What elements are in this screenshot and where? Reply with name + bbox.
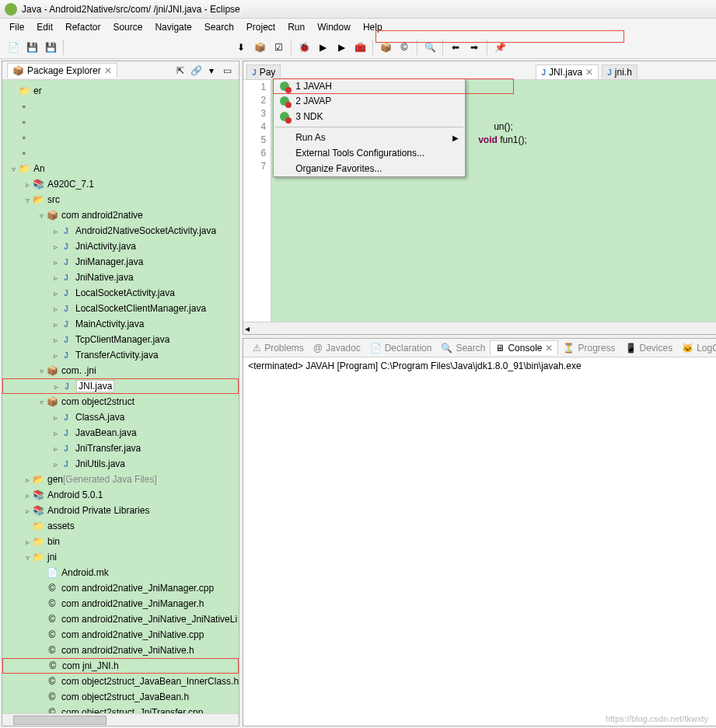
expand-arrow-icon[interactable]: ▹ xyxy=(51,336,60,344)
expand-arrow-icon[interactable]: ▹ xyxy=(51,351,60,360)
tree-item[interactable]: 📁assets xyxy=(2,518,239,534)
menu-file[interactable]: File xyxy=(3,20,30,34)
tree-item[interactable]: ▿📂src xyxy=(2,192,239,207)
tree-item[interactable]: ▿📁An xyxy=(2,161,239,176)
tree-item[interactable]: ▹JClassA.java xyxy=(2,409,239,425)
expand-arrow-icon[interactable]: ▹ xyxy=(23,475,32,484)
tb-btn-3[interactable]: ☑ xyxy=(270,39,287,56)
expand-arrow-icon[interactable]: ▹ xyxy=(51,227,60,235)
expand-arrow-icon[interactable]: ▿ xyxy=(23,196,32,204)
menu-item[interactable]: 1 JAVAH xyxy=(273,78,514,94)
menu-item[interactable]: Run As▶ xyxy=(274,130,465,145)
expand-arrow-icon[interactable]: ▹ xyxy=(51,429,60,437)
h-scrollbar[interactable] xyxy=(2,713,239,726)
tree-item[interactable]: ▹JJniManager.java xyxy=(2,254,239,270)
expand-arrow-icon[interactable]: ▹ xyxy=(51,305,60,313)
expand-arrow-icon[interactable]: ▿ xyxy=(37,211,46,220)
menu-search[interactable]: Search xyxy=(198,20,240,34)
expand-arrow-icon[interactable]: ▹ xyxy=(23,538,32,546)
new-button[interactable]: 📄 xyxy=(5,39,22,56)
tree-item[interactable]: ▹JMainActivity.java xyxy=(2,316,239,332)
tree-item[interactable]: ▹JJniActivity.java xyxy=(2,239,239,254)
bottom-tab-declaration[interactable]: 📄Declaration xyxy=(365,341,437,355)
expand-arrow-icon[interactable]: ▹ xyxy=(51,320,60,329)
tree-item[interactable]: ▫ xyxy=(2,145,239,161)
expand-arrow-icon[interactable]: ▿ xyxy=(37,367,46,375)
tree-item[interactable]: ▿📦com object2struct xyxy=(2,394,239,409)
tree-item[interactable]: ©com android2native_JniManager.cpp xyxy=(2,580,239,596)
tree-item[interactable]: ©com android2native_JniNative.cpp xyxy=(2,627,239,643)
explorer-tab[interactable]: 📦 Package Explorer ✕ xyxy=(7,63,117,78)
tree-item[interactable]: ▹📚Android 5.0.1 xyxy=(2,487,239,503)
expand-arrow-icon[interactable]: ▹ xyxy=(51,273,60,282)
bottom-tab-search[interactable]: 🔍Search xyxy=(436,341,490,355)
menu-project[interactable]: Project xyxy=(240,20,281,34)
ext-tools-button[interactable]: 🧰 xyxy=(351,39,368,56)
save-all-button[interactable]: 💾 xyxy=(42,39,59,56)
tree-item[interactable]: ▹JJniTransfer.java xyxy=(2,441,239,456)
tree-item[interactable]: ▹JTransferActivity.java xyxy=(2,347,239,363)
link-editor-icon[interactable]: 🔗 xyxy=(189,64,203,78)
tree-item[interactable]: ©com android2native_JniNative.h xyxy=(2,643,239,658)
bottom-tab-javadoc[interactable]: @Javadoc xyxy=(309,341,365,355)
tree-item[interactable]: ▫ xyxy=(2,114,239,130)
save-button[interactable]: 💾 xyxy=(23,39,40,56)
tree-item[interactable]: ▹📂gen [Generated Java Files] xyxy=(2,472,239,487)
bottom-tab-progress[interactable]: ⏳Progress xyxy=(558,341,620,355)
tree-item[interactable]: ©com android2native_JniNative_JniNativeL… xyxy=(2,611,239,627)
tree-item[interactable]: ▹📁bin xyxy=(2,534,239,549)
tree-item[interactable]: ▿📁jni xyxy=(2,549,239,565)
menu-item[interactable]: External Tools Configurations... xyxy=(274,145,465,161)
toolbar[interactable]: 📄 💾 💾 ⬇ 📦 ☑ 🐞 ▶ ▶ 🧰 📦 © 🔍 ⬅ ➡ 📌 xyxy=(0,36,716,59)
view-menu-icon[interactable]: ▾ xyxy=(204,64,218,78)
expand-arrow-icon[interactable]: ▹ xyxy=(51,242,60,251)
editor-h-scrollbar[interactable]: ◂ xyxy=(243,322,716,334)
bottom-tab-console[interactable]: 🖥Console ✕ xyxy=(490,340,558,355)
tree-item[interactable]: ▿📦com android2native xyxy=(2,207,239,223)
tree-item[interactable]: ▫ xyxy=(2,99,239,114)
expand-arrow-icon[interactable]: ▹ xyxy=(51,460,60,468)
tree-item[interactable]: 📄Android.mk xyxy=(2,565,239,580)
editor-body[interactable]: 1234567 un(); void fun1(); } 1 JAVAH2 JA… xyxy=(243,80,716,322)
tree[interactable]: 📁 er▫▫▫▫▿📁An▹📚A920C_7.1▿📂src▿📦com androi… xyxy=(2,80,239,713)
tree-item[interactable]: ©com jni_JNI.h xyxy=(2,658,239,674)
menu-run[interactable]: Run xyxy=(281,20,311,34)
expand-arrow-icon[interactable]: ▹ xyxy=(51,258,60,266)
minimize-icon[interactable]: ▭ xyxy=(220,64,234,78)
menu-source[interactable]: Source xyxy=(107,20,148,34)
tree-item[interactable]: ▿📦com. .jni xyxy=(2,363,239,378)
editor-tab[interactable]: JPay xyxy=(246,64,281,79)
menu-item[interactable]: Organize Favorites... xyxy=(274,161,465,176)
bottom-tab-problems[interactable]: ⚠Problems xyxy=(248,341,309,355)
tree-item[interactable]: ©com object2struct_JniTransfer.cpp xyxy=(2,705,239,713)
expand-arrow-icon[interactable]: ▿ xyxy=(23,553,32,562)
close-icon[interactable]: ✕ xyxy=(545,343,553,354)
expand-arrow-icon[interactable]: ▿ xyxy=(37,398,46,406)
tb-btn-1[interactable]: ⬇ xyxy=(232,39,250,56)
menu-window[interactable]: Window xyxy=(311,20,357,34)
close-icon[interactable]: ✕ xyxy=(104,65,112,76)
tree-item[interactable]: ▹JJNI.java xyxy=(2,378,239,394)
tree-item[interactable]: ▹JTcpClientManager.java xyxy=(2,332,239,347)
expand-arrow-icon[interactable]: ▹ xyxy=(23,180,32,189)
menu-navigate[interactable]: Navigate xyxy=(148,20,197,34)
editor-tab[interactable]: JJNI.java✕ xyxy=(536,64,599,79)
bottom-tab-devices[interactable]: 📱Devices xyxy=(620,341,678,355)
collapse-all-icon[interactable]: ⇱ xyxy=(173,64,187,78)
tree-item[interactable]: ©com object2struct_JavaBean.h xyxy=(2,689,239,705)
tree-item[interactable]: ▹📚A920C_7.1 xyxy=(2,176,239,192)
debug-button[interactable]: 🐞 xyxy=(295,39,313,56)
menu-item[interactable]: 3 NDK xyxy=(274,109,465,124)
tree-item[interactable]: ▹JJniUtils.java xyxy=(2,456,239,472)
expand-arrow-icon[interactable]: ▹ xyxy=(23,507,32,515)
tree-item[interactable]: ©com object2struct_JavaBean_InnerClass.h xyxy=(2,674,239,689)
tree-item[interactable]: ▫ xyxy=(2,130,239,145)
menu-item[interactable]: 2 JAVAP xyxy=(274,93,465,109)
run-button[interactable]: ▶ xyxy=(314,39,331,56)
tree-item[interactable]: ▹JAndroid2NativeSocketActivity.java xyxy=(2,223,239,239)
tree-item[interactable]: ▹JLocalSocketClientManager.java xyxy=(2,301,239,316)
menu-refactor[interactable]: Refactor xyxy=(59,20,107,34)
close-icon[interactable]: ✕ xyxy=(585,67,593,78)
expand-arrow-icon[interactable]: ▿ xyxy=(9,165,18,173)
expand-arrow-icon[interactable]: ▹ xyxy=(51,413,60,422)
